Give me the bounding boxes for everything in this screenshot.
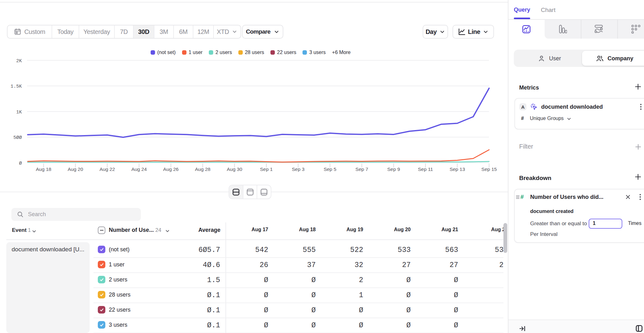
svg-text:1.5K: 1.5K <box>10 84 22 89</box>
svg-text:5ØØ: 5ØØ <box>13 135 22 140</box>
svg-text:Sep 3: Sep 3 <box>292 166 305 172</box>
svg-text:Sep 9: Sep 9 <box>387 166 400 172</box>
svg-text:Sep 1: Sep 1 <box>260 166 273 172</box>
svg-text:Sep 7: Sep 7 <box>355 166 368 172</box>
svg-text:Aug 22: Aug 22 <box>99 166 115 172</box>
svg-text:Aug 30: Aug 30 <box>227 166 242 172</box>
svg-text:Ø: Ø <box>19 161 22 166</box>
svg-text:Aug 26: Aug 26 <box>163 166 179 172</box>
svg-text:Sep 11: Sep 11 <box>418 166 433 172</box>
svg-text:Aug 28: Aug 28 <box>195 166 210 172</box>
svg-text:Aug 18: Aug 18 <box>36 166 51 172</box>
svg-text:2K: 2K <box>16 58 22 64</box>
svg-text:Aug 24: Aug 24 <box>131 166 147 172</box>
svg-text:1K: 1K <box>16 110 22 115</box>
svg-text:Sep 13: Sep 13 <box>450 166 465 172</box>
svg-text:Sep 15: Sep 15 <box>481 166 497 172</box>
svg-text:Sep 5: Sep 5 <box>324 166 336 172</box>
svg-text:Aug 20: Aug 20 <box>68 166 83 172</box>
